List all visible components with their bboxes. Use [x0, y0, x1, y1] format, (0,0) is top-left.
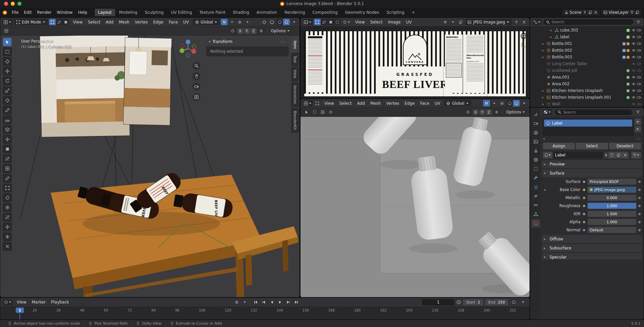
mirror-axis-button[interactable]: Y: [479, 109, 485, 115]
outliner-item[interactable]: ▸ Bottle.003: [531, 54, 643, 60]
disable-render-icon[interactable]: [637, 42, 641, 46]
shading-dropdown[interactable]: [291, 19, 297, 25]
outliner-item[interactable]: ▸ Kitchen Interiors Unsplash: [531, 87, 643, 94]
toolbar-tool-button[interactable]: [3, 77, 12, 85]
material-action-button[interactable]: Deselect: [609, 143, 641, 149]
viewport-menu-item[interactable]: UV: [181, 19, 192, 25]
uv-menu-item[interactable]: Select: [367, 19, 385, 25]
show-gizmo-button[interactable]: [261, 19, 268, 25]
disable-render-icon[interactable]: [637, 48, 641, 52]
toolbar-tool-button[interactable]: [3, 57, 12, 66]
face-select-button[interactable]: [62, 19, 69, 25]
filter-icon[interactable]: [630, 10, 634, 14]
viewport-menu-item[interactable]: View: [70, 19, 85, 25]
toolbar-tool-button[interactable]: [3, 223, 12, 231]
uv-snap-button[interactable]: [442, 19, 449, 25]
outliner-item-name[interactable]: Kitchen Interiors Unsplash.001: [552, 95, 611, 100]
mirror-axis-button[interactable]: Z: [486, 109, 492, 115]
snap-toggle-button[interactable]: [483, 100, 490, 106]
mirror-axis-button[interactable]: X: [237, 28, 243, 34]
properties-tab[interactable]: [531, 110, 540, 119]
material-specials-button[interactable]: [635, 126, 641, 132]
outliner-item-name[interactable]: Wall: [552, 102, 560, 106]
mirror-axis-button[interactable]: Y: [244, 28, 250, 34]
outliner-item[interactable]: ▸ Bottle.002: [531, 47, 643, 54]
drag-grip-icon[interactable]: ::::: [280, 40, 286, 44]
snap-settings-dropdown[interactable]: [491, 100, 498, 106]
properties-tab[interactable]: [531, 192, 540, 200]
outliner-search[interactable]: [543, 19, 634, 25]
disable-render-icon[interactable]: [637, 89, 641, 93]
viewport-b-menu-item[interactable]: View: [322, 100, 336, 106]
viewport-b-canvas[interactable]: [301, 117, 530, 297]
editor-type-button[interactable]: [303, 100, 313, 106]
prev-keyframe-button[interactable]: [260, 299, 268, 306]
camera-view-icon[interactable]: [192, 83, 200, 91]
editor-type-button[interactable]: [532, 19, 542, 25]
viewport-menu-item[interactable]: Add: [103, 19, 116, 25]
outliner-item[interactable]: Long Center Table: [531, 60, 643, 67]
uv-menu-item[interactable]: Image: [385, 19, 404, 25]
expand-arrow-icon[interactable]: ▸: [542, 102, 547, 106]
outliner-item-name[interactable]: Bottle.002: [552, 48, 572, 53]
animate-dot-icon[interactable]: [638, 205, 641, 207]
hide-eye-icon[interactable]: [632, 55, 636, 59]
viewport-b-menu-item[interactable]: Vertex: [383, 100, 402, 106]
hide-eye-icon[interactable]: [632, 48, 636, 52]
active-tool-icon[interactable]: [303, 109, 310, 115]
value-slider[interactable]: 1.000: [588, 219, 636, 225]
subsurface-section-header[interactable]: ▸ Subsurface: [542, 244, 642, 252]
toolbar-tool-button[interactable]: [3, 193, 12, 202]
timeline-menu-item[interactable]: Marker: [29, 299, 48, 305]
vertex-select-button[interactable]: [49, 19, 56, 25]
tool-settings-icon[interactable]: [3, 28, 10, 34]
viewport-menu-item[interactable]: Mesh: [116, 19, 132, 25]
viewport-b-menu-item[interactable]: Add: [355, 100, 368, 106]
shading-wireframe-button[interactable]: [276, 19, 283, 25]
proportional-editing-button[interactable]: [499, 100, 505, 106]
properties-tab[interactable]: [531, 147, 540, 155]
timeline-menu-item[interactable]: Playback: [48, 299, 72, 305]
zoom-icon[interactable]: [192, 62, 200, 70]
snap-toggle-button[interactable]: [221, 19, 228, 25]
preview-section-header[interactable]: ▸ Preview: [542, 160, 642, 168]
outliner-item[interactable]: ▸ Wall: [531, 101, 643, 107]
new-image-icon[interactable]: [457, 19, 464, 25]
filter-icon[interactable]: [635, 109, 641, 115]
uv-menu-item[interactable]: UV: [403, 19, 414, 25]
pivot-dropdown[interactable]: [342, 19, 352, 25]
sidebar-tab[interactable]: Tool: [291, 53, 299, 66]
toolbar-tool-button[interactable]: [3, 135, 12, 144]
hide-eye-icon[interactable]: [632, 62, 636, 66]
properties-tab[interactable]: [531, 210, 540, 218]
navigation-gizmo[interactable]: [178, 38, 198, 59]
frame-start-field[interactable]: Start1: [463, 299, 483, 306]
normal-dropdown[interactable]: Default: [588, 227, 636, 233]
uv-editor-canvas[interactable]: LONVERA GRASSFED BEEF LIVER WARNING: Man…: [301, 27, 530, 98]
animate-dot-icon[interactable]: [638, 213, 641, 215]
animate-dot-icon[interactable]: [638, 229, 641, 231]
toolbar-tool-button[interactable]: [3, 47, 12, 56]
auto-keying-dropdown[interactable]: [241, 299, 248, 306]
filter-expand-icon[interactable]: ▸: [544, 137, 545, 140]
properties-tab[interactable]: [531, 129, 540, 137]
add-workspace-button[interactable]: +: [408, 9, 418, 16]
hide-eye-icon[interactable]: [632, 42, 636, 46]
topbar-menu-item[interactable]: File: [9, 9, 21, 15]
fake-user-icon[interactable]: [608, 152, 615, 158]
properties-search[interactable]: [554, 109, 633, 115]
current-frame-field[interactable]: 1: [422, 299, 454, 306]
toolbar-tool-button[interactable]: [3, 96, 12, 105]
jump-to-end-button[interactable]: [292, 299, 300, 306]
toggle-perspective-icon[interactable]: [192, 93, 200, 101]
proportional-editing-button[interactable]: [236, 19, 243, 25]
scene-selector[interactable]: Scene: [562, 9, 600, 15]
browse-material-button[interactable]: [543, 152, 553, 158]
viewport-b-menu-item[interactable]: UV: [432, 100, 443, 106]
options-dropdown[interactable]: Options: [270, 29, 291, 33]
material-action-button[interactable]: Select: [576, 143, 608, 149]
diffuse-section-header[interactable]: ▸ Diffuse: [542, 235, 642, 243]
outliner-item-name[interactable]: Bottle.003: [552, 55, 572, 59]
base-color-texture-field[interactable]: JPEG image.jpeg: [588, 187, 636, 193]
window-zoom-button[interactable]: [17, 2, 21, 6]
